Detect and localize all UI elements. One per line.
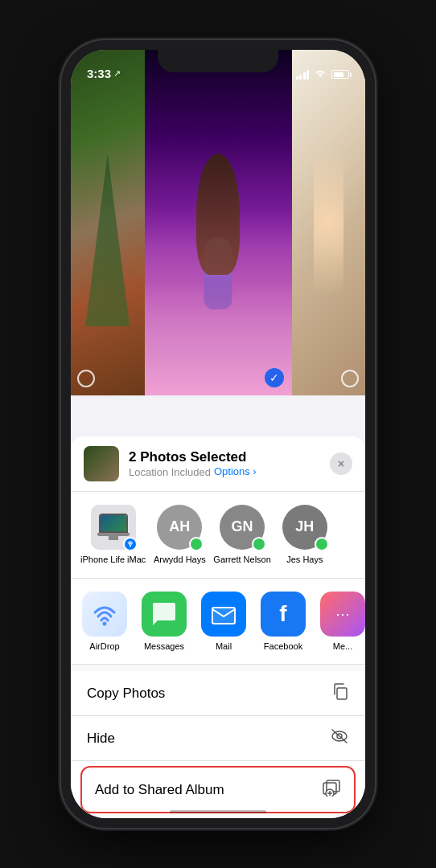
notch	[158, 50, 278, 72]
photo-left[interactable]	[71, 50, 145, 395]
contact-iphone-life-imac[interactable]: iPhone Life iMac	[80, 505, 146, 565]
photos-area: ✓	[71, 50, 365, 395]
contact-avatar-jh: JH	[282, 505, 327, 550]
phone-frame: 3:33 ↗	[61, 40, 375, 828]
airdrop-app-icon	[82, 592, 127, 637]
app-mail[interactable]: Mail	[199, 592, 248, 651]
photo-circle-right	[341, 370, 359, 387]
hide-label: Hide	[87, 731, 115, 747]
app-messages[interactable]: Messages	[140, 592, 188, 651]
mail-app-icon	[201, 592, 246, 637]
svg-point-3	[103, 622, 107, 626]
share-thumbnail	[84, 446, 119, 481]
photos-strip: ✓	[71, 50, 365, 395]
share-options-link[interactable]: Options ›	[214, 465, 257, 477]
status-icons	[296, 68, 350, 80]
contact-arwydd-hays[interactable]: AH Arwydd Hays	[152, 505, 207, 565]
wifi-icon	[314, 68, 327, 80]
share-title: 2 Photos Selected	[129, 449, 320, 465]
add-to-shared-album-action[interactable]: Add to Shared Album	[80, 766, 356, 813]
messages-badge-ah	[189, 537, 204, 551]
selected-checkmark: ✓	[265, 368, 284, 387]
photo-circle-left	[77, 370, 95, 387]
mail-app-label: Mail	[216, 641, 232, 651]
contact-name-jh: Jes Hays	[286, 555, 323, 565]
more-app-icon: ⋯	[320, 592, 365, 637]
home-indicator	[170, 810, 266, 813]
contact-name-gn: Garrett Nelson	[213, 555, 271, 565]
contact-garrett-nelson[interactable]: GN Garrett Nelson	[213, 505, 271, 565]
app-more[interactable]: ⋯ Me...	[319, 592, 365, 651]
photo-center[interactable]: ✓	[145, 50, 292, 395]
share-location: Location Included	[129, 466, 211, 478]
contact-jes-hays[interactable]: JH Jes Hays	[278, 505, 332, 565]
copy-photos-label: Copy Photos	[87, 686, 165, 702]
share-info: 2 Photos Selected Location Included Opti…	[129, 449, 320, 478]
battery-icon	[331, 70, 349, 79]
airdrop-app-label: AirDrop	[89, 641, 119, 651]
app-facebook[interactable]: f Facebook	[259, 592, 307, 651]
messages-badge-gn	[252, 537, 266, 551]
messages-app-label: Messages	[144, 641, 184, 651]
photo-right[interactable]	[292, 50, 366, 395]
copy-photos-action[interactable]: Copy Photos	[71, 671, 365, 716]
contacts-row: iPhone Life iMac AH Arwydd Hays	[71, 492, 365, 579]
share-header: 2 Photos Selected Location Included Opti…	[71, 436, 365, 492]
messages-badge-jh	[315, 537, 329, 551]
share-sheet: 2 Photos Selected Location Included Opti…	[71, 436, 365, 818]
svg-rect-6	[337, 688, 347, 699]
hide-icon	[330, 727, 349, 749]
add-to-shared-album-label: Add to Shared Album	[95, 782, 224, 798]
svg-point-0	[319, 76, 322, 78]
more-app-label: Me...	[333, 641, 352, 651]
signal-icon	[296, 70, 310, 80]
contact-avatar-ah: AH	[157, 505, 202, 550]
messages-app-icon	[142, 592, 187, 637]
share-close-button[interactable]: ×	[330, 452, 352, 475]
status-time: 3:33	[87, 67, 111, 80]
copy-icon	[331, 682, 349, 704]
phone-container: 3:33 ↗	[0, 0, 436, 868]
phone-screen: 3:33 ↗	[71, 50, 365, 818]
location-icon: ↗	[113, 68, 121, 79]
contact-name-mac: iPhone Life iMac	[80, 555, 146, 565]
contact-avatar-gn: GN	[220, 505, 265, 550]
hide-action[interactable]: Hide	[71, 716, 365, 761]
actions-list: Copy Photos Hide	[71, 671, 365, 813]
svg-point-2	[130, 545, 131, 547]
facebook-app-icon: f	[261, 592, 306, 637]
apps-row: AirDrop Messages	[71, 579, 365, 665]
app-airdrop[interactable]: AirDrop	[80, 592, 129, 651]
airdrop-badge	[123, 537, 138, 551]
contact-avatar-mac	[91, 505, 136, 550]
shared-album-icon	[322, 779, 341, 800]
contact-name-ah: Arwydd Hays	[154, 555, 206, 565]
facebook-app-label: Facebook	[264, 641, 302, 651]
